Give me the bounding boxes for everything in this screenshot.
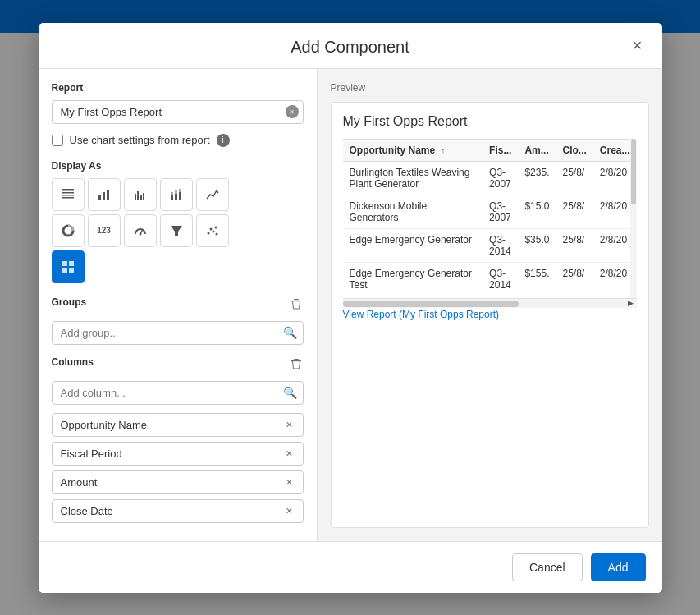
column-tags: Opportunity Name × Fiscal Period × Amoun…	[52, 413, 304, 523]
column-tag-remove-fiscal[interactable]: ×	[284, 447, 294, 459]
svg-rect-10	[143, 193, 144, 200]
display-scatter-icon[interactable]	[196, 214, 229, 247]
preview-table-container: Opportunity Name ↑ Fis... Am... Clo... C…	[343, 139, 637, 308]
svg-point-22	[209, 227, 212, 230]
display-donut-icon[interactable]	[52, 214, 85, 247]
display-as-section: Display As	[52, 160, 304, 283]
col-header-opportunity: Opportunity Name ↑	[343, 139, 483, 161]
preview-label: Preview	[331, 82, 649, 94]
modal-body: Report × Use chart settings from report …	[39, 69, 662, 541]
cell-opportunity-name: Burlington Textiles Weaving Plant Genera…	[343, 161, 483, 195]
add-button[interactable]: Add	[591, 553, 646, 581]
modal-header: Add Component ×	[39, 23, 662, 69]
display-number-icon[interactable]: 123	[88, 214, 121, 247]
report-label: Report	[52, 82, 304, 94]
preview-report-title: My First Opps Report	[343, 114, 637, 129]
add-component-modal: Add Component × Report × Use chart setti…	[39, 23, 662, 593]
svg-rect-6	[107, 190, 109, 200]
report-input[interactable]	[52, 100, 304, 124]
column-tag-close-date: Close Date ×	[52, 499, 304, 523]
svg-rect-7	[135, 194, 136, 200]
info-icon[interactable]: i	[217, 134, 230, 147]
col-header-close: Clo...	[556, 139, 592, 161]
modal-title: Add Component	[291, 38, 409, 57]
svg-point-24	[214, 226, 217, 228]
chart-settings-label: Use chart settings from report	[70, 134, 210, 146]
svg-point-19	[139, 232, 141, 235]
view-report-link[interactable]: View Report (My First Opps Report)	[343, 309, 500, 320]
display-table-icon[interactable]	[52, 178, 85, 211]
cell-fiscal: Q3-2007	[483, 161, 518, 195]
svg-rect-1	[62, 192, 74, 194]
column-tag-label: Opportunity Name	[61, 419, 148, 431]
add-column-input[interactable]	[52, 381, 304, 405]
add-group-wrap: 🔍	[52, 321, 304, 345]
groups-clear-button[interactable]	[289, 296, 304, 314]
svg-point-25	[215, 232, 217, 235]
col-header-fiscal: Fis...	[483, 139, 518, 161]
column-tag-remove-amount[interactable]: ×	[284, 476, 294, 488]
svg-rect-11	[171, 195, 173, 200]
svg-rect-14	[175, 190, 177, 194]
svg-rect-27	[69, 261, 74, 266]
display-bar-chart-icon[interactable]	[88, 178, 121, 211]
cell-opportunity-name: Edge Emergency Generator	[343, 228, 483, 262]
svg-rect-28	[62, 268, 67, 273]
cell-close: 25/8/	[556, 228, 592, 262]
column-tag-label: Amount	[61, 476, 98, 489]
columns-label: Columns	[52, 356, 94, 368]
svg-point-23	[212, 230, 214, 232]
display-data-table-icon[interactable]	[52, 250, 85, 283]
groups-label: Groups	[52, 296, 87, 308]
left-panel: Report × Use chart settings from report …	[39, 69, 318, 541]
column-tag-opportunity-name: Opportunity Name ×	[52, 413, 304, 437]
cell-amount: $155.	[518, 262, 556, 296]
display-as-label: Display As	[52, 160, 304, 172]
column-tag-remove-close-date[interactable]: ×	[284, 505, 294, 516]
svg-rect-31	[294, 299, 299, 300]
table-scrollbar-thumb	[631, 139, 636, 204]
chart-settings-checkbox[interactable]	[52, 135, 63, 146]
display-line-chart-icon[interactable]	[196, 178, 229, 211]
display-gauge-icon[interactable]	[124, 214, 157, 247]
report-input-wrap: ×	[52, 100, 304, 124]
column-tag-label: Fiscal Period	[61, 447, 122, 460]
cell-fiscal: Q3-2007	[483, 195, 518, 228]
columns-clear-button[interactable]	[289, 356, 304, 374]
groups-header: Groups	[52, 296, 304, 314]
table-vertical-scrollbar[interactable]	[630, 139, 637, 308]
report-input-clear-button[interactable]: ×	[286, 105, 299, 118]
cancel-button[interactable]: Cancel	[512, 553, 583, 581]
cell-fiscal: Q3-2014	[483, 262, 518, 296]
display-funnel-icon[interactable]	[160, 214, 193, 247]
horizontal-scroll-thumb	[343, 301, 519, 307]
cell-fiscal: Q3-2014	[483, 228, 518, 262]
modal-footer: Cancel Add	[39, 541, 662, 593]
display-icons-row1	[52, 178, 304, 211]
table-row: Dickenson Mobile Generators Q3-2007 $15.…	[343, 195, 637, 228]
svg-rect-33	[294, 359, 299, 360]
cell-amount: $15.0	[518, 195, 556, 228]
scroll-right-arrow[interactable]: ▶	[625, 299, 637, 308]
cell-opportunity-name: Edge Emergency Generator Test	[343, 262, 483, 296]
cell-amount: $35.0	[518, 228, 556, 262]
svg-rect-12	[171, 192, 173, 195]
table-horizontal-scrollbar[interactable]: ◀ ▶	[343, 298, 637, 308]
svg-rect-16	[179, 189, 181, 192]
cell-amount: $235.	[518, 161, 556, 195]
column-tag-remove-opportunity[interactable]: ×	[284, 419, 294, 430]
display-icons-row2: 123	[52, 214, 304, 247]
svg-rect-0	[62, 189, 74, 191]
display-grouped-bar-icon[interactable]	[124, 178, 157, 211]
table-row: Edge Emergency Generator Test Q3-2014 $1…	[343, 262, 637, 296]
svg-marker-20	[171, 226, 182, 236]
display-stacked-bar-icon[interactable]	[160, 178, 193, 211]
add-group-input[interactable]	[52, 321, 304, 345]
preview-table-wrap[interactable]: Opportunity Name ↑ Fis... Am... Clo... C…	[343, 139, 637, 296]
svg-rect-9	[140, 195, 142, 200]
table-header-row: Opportunity Name ↑ Fis... Am... Clo... C…	[343, 139, 637, 161]
close-button[interactable]: ×	[626, 34, 649, 57]
cell-close: 25/8/	[556, 161, 592, 195]
svg-rect-26	[62, 261, 67, 266]
svg-rect-13	[175, 194, 177, 200]
